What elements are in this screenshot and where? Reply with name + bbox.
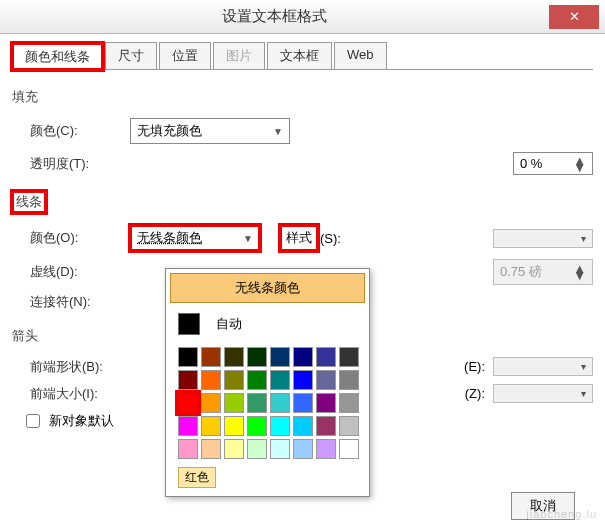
color-swatch[interactable] (201, 370, 221, 390)
color-swatch[interactable] (339, 393, 359, 413)
color-swatch[interactable] (247, 416, 267, 436)
spinner-arrows-icon: ▲▼ (573, 265, 586, 279)
color-swatch[interactable] (201, 393, 221, 413)
chevron-down-icon: ▾ (581, 388, 586, 399)
color-swatch[interactable] (270, 347, 290, 367)
swatch-grid (170, 343, 365, 463)
line-style-label: 样式 (280, 225, 318, 251)
dash-label: 虚线(D): (30, 263, 130, 281)
color-swatch[interactable] (224, 347, 244, 367)
new-default-checkbox[interactable] (26, 414, 40, 428)
line-style-combo[interactable]: ▾ (493, 229, 593, 248)
fill-color-value: 无填充颜色 (137, 122, 202, 140)
auto-label: 自动 (216, 315, 242, 333)
chevron-down-icon: ▾ (581, 233, 586, 244)
color-swatch[interactable] (293, 416, 313, 436)
spinner-arrows-icon: ▲▼ (573, 157, 586, 171)
color-swatch[interactable] (316, 393, 336, 413)
color-swatch[interactable] (201, 439, 221, 459)
color-swatch[interactable] (339, 439, 359, 459)
popup-header[interactable]: 无线条颜色 (170, 273, 365, 303)
begin-shape-label: 前端形状(B): (30, 358, 150, 376)
color-swatch[interactable] (178, 393, 198, 413)
line-color-combo[interactable]: 无线条颜色 ▼ (130, 225, 260, 251)
weight-spinner[interactable]: 0.75 磅 ▲▼ (493, 259, 593, 285)
color-swatch[interactable] (316, 439, 336, 459)
chevron-down-icon: ▼ (273, 126, 283, 137)
transparency-value: 0 % (520, 156, 542, 171)
color-swatch[interactable] (316, 347, 336, 367)
color-swatch[interactable] (270, 393, 290, 413)
auto-swatch-icon (178, 313, 200, 335)
color-swatch[interactable] (178, 416, 198, 436)
section-line: 线条 (12, 191, 46, 213)
color-swatch[interactable] (270, 439, 290, 459)
line-style-suffix: (S): (320, 231, 341, 246)
color-swatch[interactable] (339, 416, 359, 436)
color-swatch[interactable] (178, 370, 198, 390)
tab-size[interactable]: 尺寸 (105, 42, 157, 69)
color-swatch[interactable] (293, 439, 313, 459)
color-swatch[interactable] (224, 370, 244, 390)
color-swatch[interactable] (201, 416, 221, 436)
color-swatch[interactable] (247, 347, 267, 367)
end-shape-suffix: (E): (464, 359, 485, 374)
connector-label: 连接符(N): (30, 293, 130, 311)
selected-color-name: 红色 (178, 467, 216, 488)
color-swatch[interactable] (178, 439, 198, 459)
new-default-label: 新对象默认 (49, 412, 114, 430)
color-swatch[interactable] (270, 416, 290, 436)
window-title: 设置文本框格式 (0, 7, 549, 26)
tab-position[interactable]: 位置 (159, 42, 211, 69)
color-swatch[interactable] (247, 393, 267, 413)
tab-web[interactable]: Web (334, 42, 387, 69)
color-swatch[interactable] (224, 416, 244, 436)
end-size-suffix: (Z): (465, 386, 485, 401)
end-shape-combo[interactable]: ▾ (493, 357, 593, 376)
close-button[interactable]: ✕ (549, 5, 599, 29)
transparency-label: 透明度(T): (30, 155, 130, 173)
color-swatch[interactable] (201, 347, 221, 367)
color-swatch[interactable] (224, 439, 244, 459)
color-swatch[interactable] (247, 439, 267, 459)
tab-strip: 颜色和线条 尺寸 位置 图片 文本框 Web (12, 42, 593, 70)
color-swatch[interactable] (293, 393, 313, 413)
color-swatch[interactable] (178, 347, 198, 367)
cancel-button[interactable]: 取消 (511, 492, 575, 520)
color-swatch[interactable] (293, 370, 313, 390)
color-swatch[interactable] (224, 393, 244, 413)
weight-value: 0.75 磅 (500, 263, 542, 281)
section-fill: 填充 (12, 88, 38, 106)
color-swatch[interactable] (316, 370, 336, 390)
color-swatch[interactable] (293, 347, 313, 367)
end-size-combo[interactable]: ▾ (493, 384, 593, 403)
color-picker-popup: 无线条颜色 自动 红色 (165, 268, 370, 497)
color-swatch[interactable] (339, 347, 359, 367)
fill-color-combo[interactable]: 无填充颜色 ▼ (130, 118, 290, 144)
color-swatch[interactable] (247, 370, 267, 390)
tab-picture[interactable]: 图片 (213, 42, 265, 69)
titlebar: 设置文本框格式 ✕ (0, 0, 605, 34)
color-swatch[interactable] (339, 370, 359, 390)
line-color-label: 颜色(O): (30, 229, 130, 247)
color-swatch[interactable] (270, 370, 290, 390)
section-arrows: 箭头 (12, 327, 38, 345)
line-color-value: 无线条颜色 (137, 229, 202, 247)
chevron-down-icon: ▾ (581, 361, 586, 372)
tab-textbox[interactable]: 文本框 (267, 42, 332, 69)
chevron-down-icon: ▼ (243, 233, 253, 244)
auto-color-row[interactable]: 自动 (170, 309, 365, 343)
color-swatch[interactable] (316, 416, 336, 436)
begin-size-label: 前端大小(I): (30, 385, 150, 403)
fill-color-label: 颜色(C): (30, 122, 130, 140)
tab-color-lines[interactable]: 颜色和线条 (12, 43, 103, 70)
transparency-spinner[interactable]: 0 % ▲▼ (513, 152, 593, 175)
